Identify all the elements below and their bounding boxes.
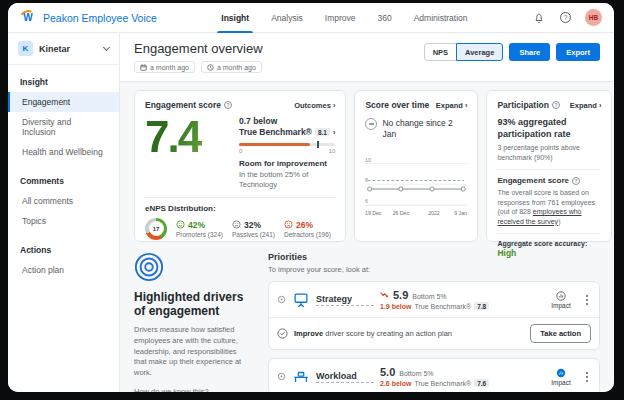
- calendar-icon: [140, 64, 147, 71]
- driver-benchmark-badge: 7.8: [474, 302, 489, 310]
- updated-time-chip[interactable]: a month ago: [201, 61, 262, 73]
- y-tick-6: 6: [365, 198, 368, 204]
- enps-title: eNPS Distribution:: [145, 204, 335, 213]
- info-icon[interactable]: ?: [224, 101, 232, 109]
- room-for-improvement-title: Room for improvement: [239, 159, 335, 168]
- notifications-bell-icon[interactable]: [532, 11, 546, 25]
- benchmark-badge: 8.1: [315, 128, 330, 136]
- kebab-menu-icon[interactable]: [583, 370, 591, 384]
- check-circle-icon: [277, 328, 288, 339]
- take-action-button[interactable]: Take action: [530, 324, 591, 343]
- score-mode-toggle: NPS Average: [424, 43, 504, 61]
- drivers-heading: Highlighted drivers of engagement: [134, 290, 246, 318]
- y-tick-8: 8: [365, 177, 368, 183]
- workload-desk-icon: [292, 368, 310, 386]
- x-tick-0: 19 Dec: [365, 211, 382, 217]
- no-change-status: No change since 2 Jan: [382, 118, 467, 140]
- driver-benchmark-badge: 7.6: [474, 379, 489, 387]
- team-name: Kinetar: [39, 44, 98, 54]
- enps-value: 17: [149, 221, 164, 236]
- drivers-body: Drivers measure how satisfied employees …: [134, 325, 246, 378]
- impact-button-strategy[interactable]: Impact: [545, 291, 577, 309]
- participation-score-title: Engagement score: [497, 176, 569, 185]
- sidebar-section-comments: Comments: [8, 171, 119, 191]
- sidebar-item-health[interactable]: Health and Wellbeing: [8, 142, 119, 162]
- score-over-time-title: Score over time: [365, 100, 429, 110]
- score-scale-slider: [239, 143, 335, 146]
- brand-title: Peakon Employee Voice: [43, 12, 157, 24]
- top-bar: W Peakon Employee Voice Insight Analysis…: [8, 3, 614, 33]
- sidebar-item-all-comments[interactable]: All comments: [8, 191, 119, 211]
- nav-improve[interactable]: Improve: [325, 3, 356, 33]
- toggle-nps[interactable]: NPS: [424, 43, 457, 61]
- detractors-stat: 26% Detractors (196): [284, 220, 331, 238]
- sidebar-item-topics[interactable]: Topics: [8, 211, 119, 231]
- nav-administration[interactable]: Administration: [414, 3, 468, 33]
- how-do-we-know-link[interactable]: How do we know this?: [134, 387, 209, 392]
- impact-gauge-icon: [556, 291, 566, 301]
- chevron-right-icon: ›: [333, 128, 336, 137]
- info-icon[interactable]: ?: [552, 101, 560, 109]
- expand-participation-link[interactable]: Expand ›: [570, 101, 602, 110]
- sidebar-item-engagement[interactable]: Engagement: [8, 92, 119, 112]
- driver-card-strategy: Strategy 5.9 Bottom 5%: [268, 281, 600, 350]
- driver-name-strategy[interactable]: Strategy: [316, 294, 374, 306]
- screenshot-frame: W Peakon Employee Voice Insight Analysis…: [0, 0, 624, 400]
- driver-delta: 1.9 below: [380, 303, 412, 310]
- sidebar-item-diversity[interactable]: Diversity and Inclusion: [8, 112, 119, 142]
- passive-smiley-icon: [232, 220, 241, 229]
- impact-button-workload[interactable]: Impact: [545, 368, 577, 386]
- export-button[interactable]: Export: [556, 43, 600, 61]
- nav-360[interactable]: 360: [378, 3, 392, 33]
- nav-analysis[interactable]: Analysis: [271, 3, 303, 33]
- chevron-down-icon: [103, 44, 110, 51]
- team-avatar: K: [18, 41, 33, 56]
- driver-delta: 2.6 below: [380, 380, 412, 387]
- participation-score-note: The overall score is based on responses …: [497, 188, 601, 226]
- benchmark-tick: [317, 141, 319, 148]
- scale-min: 0: [239, 148, 242, 154]
- passives-stat: 32% Passives (241): [232, 220, 275, 238]
- toggle-average[interactable]: Average: [456, 43, 503, 61]
- driver-name-workload[interactable]: Workload: [316, 371, 374, 383]
- priorities-section: Priorities To improve your score, look a…: [268, 252, 600, 392]
- x-tick-1: 26 Dec: [393, 211, 410, 217]
- created-date-chip[interactable]: a month ago: [134, 61, 195, 73]
- y-tick-10: 10: [365, 157, 371, 163]
- sidebar-item-action-plan[interactable]: Action plan: [8, 260, 119, 280]
- outcomes-link[interactable]: Outcomes ›: [294, 101, 335, 110]
- user-avatar[interactable]: HB: [585, 9, 602, 26]
- impact-filled-icon: [556, 368, 566, 378]
- detractor-smiley-icon: [284, 220, 293, 229]
- help-icon[interactable]: ?: [560, 12, 571, 23]
- driver-rank: Bottom 5%: [399, 370, 433, 377]
- kebab-menu-icon[interactable]: [583, 293, 591, 307]
- info-icon[interactable]: ?: [572, 177, 580, 185]
- highlighted-drivers-intro: Highlighted drivers of engagement Driver…: [134, 252, 246, 392]
- share-button[interactable]: Share: [509, 43, 550, 61]
- driver-benchmark-label: True Benchmark®: [415, 303, 472, 310]
- participation-headline: 93% aggregated participation rate: [497, 117, 601, 140]
- bullseye-icon: [134, 252, 164, 282]
- enps-gauge: 17: [145, 218, 167, 240]
- driver-card-workload: Workload 5.0 Bottom 5% 2.6 below True Be…: [268, 358, 600, 392]
- true-benchmark-link[interactable]: True Benchmark® 8.1 ›: [239, 127, 335, 137]
- page-header: Engagement overview a month ago: [120, 33, 614, 82]
- team-selector[interactable]: K Kinetar: [8, 33, 119, 65]
- clock-icon: [207, 64, 214, 71]
- benchmark-delta: 0.7 below: [239, 116, 335, 126]
- driver-rank: Bottom 5%: [412, 293, 446, 300]
- nav-insight[interactable]: Insight: [221, 3, 249, 33]
- no-change-icon: [365, 118, 377, 130]
- app-window: W Peakon Employee Voice Insight Analysis…: [8, 3, 614, 392]
- promoters-pct: 42%: [188, 220, 205, 230]
- engagement-score-card: Engagement score ? Outcomes › 7.4 0.7 be…: [134, 90, 346, 242]
- detractors-label: Detractors (196): [284, 231, 331, 238]
- expand-score-link[interactable]: Expand ›: [436, 101, 468, 110]
- strategy-presentation-icon: [292, 291, 310, 309]
- engagement-score-value: 7.4: [145, 116, 231, 190]
- priority-target-icon: [277, 295, 286, 304]
- workday-logo-icon[interactable]: W: [20, 10, 36, 26]
- room-for-improvement-text: In the bottom 25% of Technology: [239, 170, 335, 190]
- detractors-pct: 26%: [296, 220, 313, 230]
